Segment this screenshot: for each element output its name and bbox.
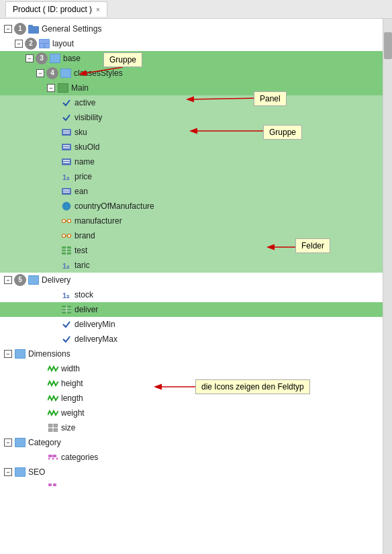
svg-text:1₂: 1₂ bbox=[62, 173, 70, 181]
svg-rect-53 bbox=[54, 428, 58, 432]
field-skuold: skuOld bbox=[75, 141, 99, 153]
field-taric: taric bbox=[75, 259, 90, 271]
field-brand: brand bbox=[75, 230, 95, 242]
category-label: Category bbox=[28, 436, 61, 449]
svg-rect-5 bbox=[45, 44, 49, 48]
category-icon bbox=[14, 437, 26, 448]
badge-4: 4 bbox=[46, 67, 58, 79]
field-stock: stock bbox=[75, 289, 93, 301]
tree-row-price: 1₂ price bbox=[0, 169, 383, 184]
collapse-classes-styles[interactable]: − bbox=[36, 69, 44, 77]
wave-icon-length bbox=[47, 393, 59, 404]
svg-rect-3 bbox=[40, 40, 49, 43]
title-bar: Product ( ID: product ) × bbox=[0, 0, 392, 19]
collapse-main[interactable]: − bbox=[47, 84, 55, 92]
collapse-seo[interactable]: − bbox=[4, 468, 12, 476]
tree-row-general-settings: − 1 General Settings bbox=[0, 21, 383, 36]
badge-3: 3 bbox=[36, 52, 48, 64]
field-deliver: deliver bbox=[75, 304, 98, 316]
layout-label: layout bbox=[52, 38, 74, 50]
field-test: test bbox=[75, 244, 87, 257]
collapse-dimensions[interactable]: − bbox=[4, 350, 12, 358]
tree-row-delivery-min: deliveryMin bbox=[0, 317, 383, 332]
multirelation-icon-categories bbox=[47, 452, 59, 463]
folder-icon bbox=[28, 24, 40, 34]
tree-row-size: size bbox=[0, 420, 383, 435]
svg-rect-18 bbox=[62, 158, 71, 165]
svg-rect-15 bbox=[62, 144, 71, 150]
classes-styles-label: classesStyles bbox=[74, 67, 123, 79]
svg-rect-64 bbox=[15, 468, 25, 476]
scrollbar[interactable] bbox=[383, 19, 392, 554]
svg-text:1₂: 1₂ bbox=[62, 262, 70, 270]
layout-icon bbox=[38, 38, 50, 49]
field-country: countryOfManufacture bbox=[75, 200, 154, 212]
text-icon-name bbox=[60, 156, 72, 167]
svg-rect-51 bbox=[54, 424, 58, 427]
field-active: active bbox=[75, 97, 95, 109]
svg-rect-65 bbox=[48, 483, 52, 486]
tree-row-classes-styles: − 4 classesStyles bbox=[0, 66, 383, 81]
collapse-general-settings[interactable]: − bbox=[4, 25, 12, 33]
field-delivery-min: deliveryMin bbox=[75, 318, 115, 330]
tree-row-seo: − SEO bbox=[0, 465, 383, 479]
number-icon-taric: 1₂ bbox=[60, 260, 72, 271]
tab-close-button[interactable]: × bbox=[96, 6, 100, 13]
annotation-gruppe-1: Gruppe bbox=[103, 52, 142, 67]
field-delivery-max: deliveryMax bbox=[75, 333, 117, 345]
tree-row-manufacturer: manufacturer bbox=[0, 214, 383, 228]
collapse-base[interactable]: − bbox=[26, 54, 34, 62]
collapse-layout[interactable]: − bbox=[15, 40, 23, 48]
tree-row-delivery-max: deliveryMax bbox=[0, 332, 383, 347]
table-icon-test bbox=[60, 245, 72, 256]
collapse-category[interactable]: − bbox=[4, 438, 12, 447]
svg-point-61 bbox=[52, 458, 54, 460]
checkmark-icon-deliverymin bbox=[60, 319, 72, 330]
svg-rect-49 bbox=[15, 350, 25, 358]
tree-row-width: width bbox=[0, 361, 383, 376]
dimensions-icon bbox=[14, 349, 26, 359]
tab-product[interactable]: Product ( ID: product ) × bbox=[5, 1, 107, 17]
svg-rect-11 bbox=[58, 84, 68, 92]
svg-rect-55 bbox=[15, 438, 25, 447]
svg-point-33 bbox=[62, 234, 66, 238]
badge-2: 2 bbox=[25, 38, 37, 50]
text-icon-skuold bbox=[60, 142, 72, 152]
tree-row-layout: − 2 layout bbox=[0, 36, 383, 51]
annotation-icons-hint: die Icons zeigen den Feldtyp bbox=[195, 379, 310, 394]
field-size: size bbox=[61, 422, 75, 434]
text-icon-sku bbox=[60, 127, 72, 138]
svg-rect-50 bbox=[48, 424, 52, 427]
svg-point-35 bbox=[68, 234, 71, 238]
scrollbar-thumb[interactable] bbox=[384, 32, 392, 59]
svg-rect-22 bbox=[62, 188, 71, 195]
tree-row-base: − 3 base bbox=[0, 51, 383, 66]
field-price: price bbox=[75, 171, 92, 183]
tree-row-sku: sku bbox=[0, 125, 383, 140]
tree-row-seo-sub bbox=[0, 479, 383, 493]
annotation-panel: Panel bbox=[254, 91, 287, 106]
seo-label: SEO bbox=[28, 466, 45, 478]
tree-row-stock: 1₂ stock bbox=[0, 287, 383, 302]
field-width: width bbox=[61, 363, 80, 375]
field-name: name bbox=[75, 156, 95, 168]
badge-1: 1 bbox=[14, 23, 26, 35]
svg-point-62 bbox=[56, 458, 58, 460]
tree-row-delivery: − 5 Delivery bbox=[0, 273, 383, 287]
base-icon bbox=[49, 53, 61, 64]
main-area: − 1 General Settings − 2 bbox=[0, 19, 392, 554]
collapse-delivery[interactable]: − bbox=[4, 276, 12, 284]
field-manufacturer: manufacturer bbox=[75, 215, 122, 227]
number-icon-stock: 1₂ bbox=[60, 289, 72, 300]
tree-row-deliver: deliver bbox=[0, 302, 383, 317]
checkmark-icon-visibility bbox=[60, 112, 72, 123]
field-visibility: visibility bbox=[75, 111, 102, 124]
globe-icon bbox=[60, 201, 72, 212]
svg-rect-4 bbox=[40, 44, 44, 48]
multirelation-icon-seo bbox=[47, 481, 59, 492]
svg-rect-52 bbox=[48, 428, 52, 432]
relation-icon-manufacturer bbox=[60, 216, 72, 226]
relation-icon-brand bbox=[60, 230, 72, 241]
svg-rect-7 bbox=[50, 54, 60, 62]
tree-row-weight: weight bbox=[0, 406, 383, 420]
